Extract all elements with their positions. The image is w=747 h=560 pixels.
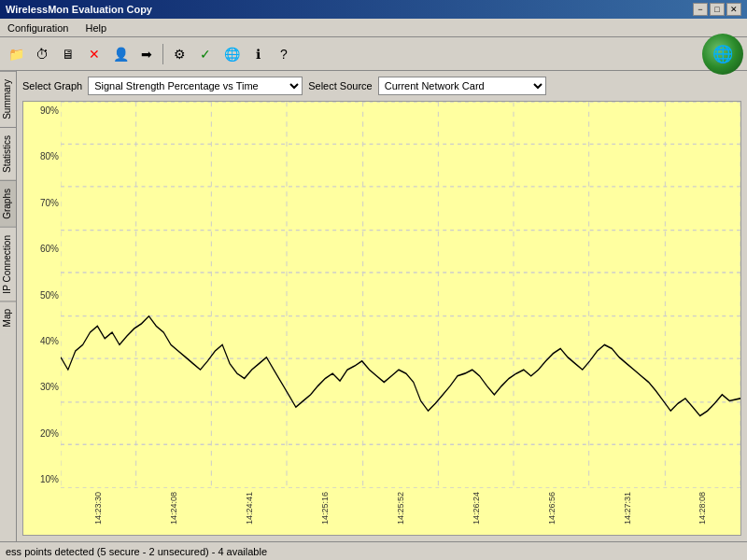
x-label-1: 14:24:08 (169, 492, 178, 525)
y-label-90: 90% (25, 105, 59, 116)
y-label-30: 30% (25, 382, 59, 392)
menu-bar: Configuration Help (0, 19, 747, 37)
x-axis: 14:23:30 14:24:08 14:24:41 14:25:16 14:2… (61, 488, 740, 535)
gauge-icon[interactable]: ⏱ (30, 42, 54, 66)
y-label-60: 60% (25, 244, 59, 254)
toolbar: 📁 ⏱ 🖥 ✕ 👤 ➡ ⚙ ✓ 🌐 ℹ ? 🌐 (0, 37, 747, 71)
tab-summary[interactable]: Summary (0, 71, 16, 127)
x-label-7: 14:27:31 (623, 492, 632, 525)
window-controls: − □ ✕ (693, 3, 741, 16)
y-label-50: 50% (25, 290, 59, 301)
maximize-button[interactable]: □ (710, 3, 725, 16)
content-area: Select Graph Signal Strength Percentage … (17, 71, 747, 541)
graph-label: Select Graph (22, 80, 82, 91)
x-label-0: 14:23:30 (93, 492, 103, 525)
chart-container: 90% 80% 70% 60% 50% 40% 30% 20% 10% (22, 101, 741, 536)
settings-icon[interactable]: ⚙ (167, 42, 191, 66)
title-bar: WirelessMon Evaluation Copy − □ ✕ (0, 0, 747, 19)
main-content: Summary Statistics Graphs IP Connection … (0, 71, 747, 541)
tab-graphs[interactable]: Graphs (0, 180, 16, 227)
help-icon[interactable]: ? (272, 42, 296, 66)
status-bar: ess points detected (5 secure - 2 unsecu… (0, 541, 747, 560)
globe-icon[interactable]: 🌐 (219, 42, 244, 66)
x-label-5: 14:26:24 (472, 492, 481, 525)
y-label-40: 40% (25, 336, 59, 346)
network-icon[interactable]: 🖥 (56, 42, 80, 66)
menu-configuration[interactable]: Configuration (4, 21, 72, 35)
tab-map[interactable]: Map (0, 301, 16, 334)
app-title: WirelessMon Evaluation Copy (6, 4, 152, 15)
graph-select[interactable]: Signal Strength Percentage vs Time Signa… (88, 77, 303, 95)
chart-svg (61, 102, 740, 488)
app-logo: 🌐 (702, 34, 743, 75)
x-label-4: 14:25:52 (396, 492, 405, 525)
info-icon[interactable]: ℹ (246, 42, 270, 66)
source-select[interactable]: Current Network Card (378, 77, 546, 95)
y-label-80: 80% (25, 151, 59, 161)
remove-icon[interactable]: ✕ (82, 42, 106, 66)
minimize-button[interactable]: − (693, 3, 708, 16)
x-label-8: 14:28:08 (698, 492, 707, 525)
x-label-6: 14:26:56 (547, 492, 557, 525)
x-label-2: 14:24:41 (245, 492, 254, 525)
tab-statistics[interactable]: Statistics (0, 127, 16, 180)
y-label-70: 70% (25, 198, 59, 208)
profile-icon[interactable]: 👤 (108, 42, 133, 66)
status-text: ess points detected (5 secure - 2 unsecu… (6, 546, 267, 557)
side-tabs: Summary Statistics Graphs IP Connection … (0, 71, 17, 541)
x-label-3: 14:25:16 (320, 492, 330, 525)
tab-ip-connection[interactable]: IP Connection (0, 227, 16, 301)
y-axis: 90% 80% 70% 60% 50% 40% 30% 20% 10% (23, 102, 61, 488)
toolbar-separator-1 (162, 44, 163, 64)
y-label-20: 20% (25, 428, 59, 439)
controls-row: Select Graph Signal Strength Percentage … (22, 77, 741, 95)
menu-help[interactable]: Help (81, 21, 110, 35)
check-icon[interactable]: ✓ (193, 42, 218, 66)
source-label: Select Source (308, 80, 372, 91)
y-label-10: 10% (25, 474, 59, 484)
folder-icon[interactable]: 📁 (4, 42, 28, 66)
close-button[interactable]: ✕ (726, 3, 741, 16)
arrow-icon[interactable]: ➡ (134, 42, 159, 66)
